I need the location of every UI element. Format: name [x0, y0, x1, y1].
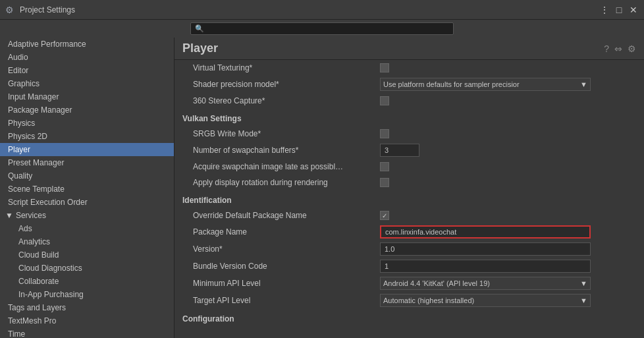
search-input[interactable] [207, 25, 449, 33]
input-bundle-version[interactable] [380, 260, 591, 273]
checkbox-display-rotation[interactable] [380, 178, 389, 187]
value-srgb [380, 129, 636, 138]
search-input-wrap: 🔍 [190, 22, 454, 35]
sidebar-item-tags-and-layers[interactable]: Tags and Layers [0, 301, 174, 314]
value-virtual-texturing [380, 63, 636, 72]
sidebar-item-scene-template[interactable]: Scene Template [0, 183, 174, 196]
sidebar-item-adaptive-performance[interactable]: Adaptive Performance [0, 38, 174, 51]
sidebar-item-time[interactable]: Time [0, 327, 174, 338]
content-scroll: Virtual Texturing* Shader precision mode… [174, 60, 644, 338]
value-bundle-version-code [380, 260, 636, 273]
settings-header-icon[interactable]: ⚙ [628, 43, 636, 54]
label-swapchain-buffers: Number of swapchain buffers* [182, 146, 380, 155]
label-override-package: Override Default Package Name [182, 211, 380, 220]
value-package-name [380, 225, 636, 239]
row-display-rotation: Apply display rotation during rendering [174, 175, 644, 190]
label-min-api: Minimum API Level [182, 279, 380, 288]
layout-icon[interactable]: ⇔ [614, 43, 622, 54]
value-override-package [380, 211, 636, 220]
label-version: Version* [182, 244, 380, 254]
sidebar-item-analytics[interactable]: Analytics [0, 235, 174, 248]
sidebar-item-graphics[interactable]: Graphics [0, 77, 174, 90]
input-swapchain-buffers[interactable] [380, 144, 419, 157]
input-version[interactable] [380, 242, 591, 256]
label-target-api: Target API Level [182, 296, 380, 305]
checkbox-acquire-swapchain[interactable] [380, 162, 389, 171]
page-title: Player [182, 42, 218, 55]
label-360-stereo: 360 Stereo Capture* [182, 96, 380, 105]
row-target-api: Target API Level Automatic (highest inst… [174, 292, 644, 309]
title-bar: ⚙ Project Settings ⋮ □ ✕ [0, 0, 644, 20]
sidebar-item-preset-manager[interactable]: Preset Manager [0, 156, 174, 169]
input-package-name[interactable] [380, 225, 591, 239]
settings-icon: ⚙ [5, 5, 16, 15]
dropdown-arrow-icon: ▼ [580, 80, 587, 88]
sidebar-item-ads[interactable]: Ads [0, 222, 174, 235]
sidebar-item-cloud-diagnostics[interactable]: Cloud Diagnostics [0, 262, 174, 275]
checkbox-srgb[interactable] [380, 129, 389, 138]
sidebar-item-in-app-purchasing[interactable]: In-App Purchasing [0, 288, 174, 301]
value-360-stereo [380, 96, 636, 105]
close-btn[interactable]: ✕ [628, 5, 639, 15]
dropdown-target-api-text: Automatic (highest installed) [383, 296, 474, 304]
label-acquire-swapchain: Acquire swapchain image late as possibl… [182, 162, 380, 171]
sidebar-item-physics[interactable]: Physics [0, 117, 174, 130]
checkbox-virtual-texturing[interactable] [380, 63, 389, 72]
sidebar-item-textmesh-pro[interactable]: TextMesh Pro [0, 314, 174, 327]
sidebar-item-physics-2d[interactable]: Physics 2D [0, 130, 174, 143]
search-icon: 🔍 [195, 24, 204, 33]
row-package-name: Package Name [174, 223, 644, 240]
sidebar-item-package-manager[interactable]: Package Manager [0, 103, 174, 117]
sidebar-item-input-manager[interactable]: Input Manager [0, 90, 174, 103]
sidebar: Adaptive PerformanceAudioEditorGraphicsI… [0, 38, 174, 338]
dropdown-target-api-arrow: ▼ [580, 296, 587, 304]
sidebar-item-collaborate[interactable]: Collaborate [0, 275, 174, 288]
menu-btn[interactable]: ⋮ [599, 5, 610, 15]
row-override-package: Override Default Package Name [174, 208, 644, 223]
value-shader-precision: Use platform defaults for sampler precis… [380, 78, 636, 91]
sidebar-item-script-execution-order[interactable]: Script Execution Order [0, 196, 174, 209]
search-bar-container: 🔍 [0, 20, 644, 38]
sidebar-item-player[interactable]: Player [0, 143, 174, 156]
label-display-rotation: Apply display rotation during rendering [182, 178, 380, 187]
checkbox-360-stereo[interactable] [380, 96, 389, 105]
main-layout: Adaptive PerformanceAudioEditorGraphicsI… [0, 38, 644, 338]
header-icons: ? ⇔ ⚙ [604, 43, 636, 54]
row-360-stereo: 360 Stereo Capture* [174, 93, 644, 109]
section-vulkan: Vulkan Settings [174, 109, 644, 126]
checkbox-override-package[interactable] [380, 211, 389, 220]
row-acquire-swapchain: Acquire swapchain image late as possibl… [174, 159, 644, 175]
dropdown-target-api[interactable]: Automatic (highest installed) ▼ [380, 294, 591, 307]
dropdown-min-api[interactable]: Android 4.4 'KitKat' (API level 19) ▼ [380, 277, 591, 290]
section-identification: Identification [174, 190, 644, 208]
value-display-rotation [380, 178, 636, 187]
value-acquire-swapchain [380, 162, 636, 171]
maximize-btn[interactable]: □ [614, 5, 624, 15]
content-area: Player ? ⇔ ⚙ Virtual Texturing* Shader p… [174, 38, 644, 338]
label-package-name: Package Name [182, 227, 380, 237]
row-swapchain-buffers: Number of swapchain buffers* [174, 142, 644, 159]
row-min-api: Minimum API Level Android 4.4 'KitKat' (… [174, 275, 644, 292]
help-icon[interactable]: ? [604, 43, 609, 54]
value-version [380, 242, 636, 256]
label-virtual-texturing: Virtual Texturing* [182, 63, 380, 72]
value-swapchain-buffers [380, 144, 636, 157]
row-shader-precision: Shader precision model* Use platform def… [174, 76, 644, 93]
dropdown-shader-precision-text: Use platform defaults for sampler precis… [383, 80, 520, 88]
value-target-api: Automatic (highest installed) ▼ [380, 294, 636, 307]
window-controls: ⋮ □ ✕ [599, 5, 639, 15]
row-srgb: SRGB Write Mode* [174, 126, 644, 142]
sidebar-item-audio[interactable]: Audio [0, 51, 174, 64]
dropdown-min-api-text: Android 4.4 'KitKat' (API level 19) [383, 279, 490, 287]
sidebar-section-services[interactable]: ▼Services [0, 209, 174, 222]
dropdown-shader-precision[interactable]: Use platform defaults for sampler precis… [380, 78, 591, 91]
row-virtual-texturing: Virtual Texturing* [174, 60, 644, 76]
label-srgb: SRGB Write Mode* [182, 129, 380, 138]
label-shader-precision: Shader precision model* [182, 80, 380, 89]
sidebar-item-cloud-build[interactable]: Cloud Build [0, 248, 174, 262]
dropdown-min-api-arrow: ▼ [580, 279, 587, 287]
sidebar-item-editor[interactable]: Editor [0, 64, 174, 77]
window-title: Project Settings [20, 5, 599, 14]
row-bundle-version-code: Bundle Version Code [174, 258, 644, 275]
sidebar-item-quality[interactable]: Quality [0, 169, 174, 183]
